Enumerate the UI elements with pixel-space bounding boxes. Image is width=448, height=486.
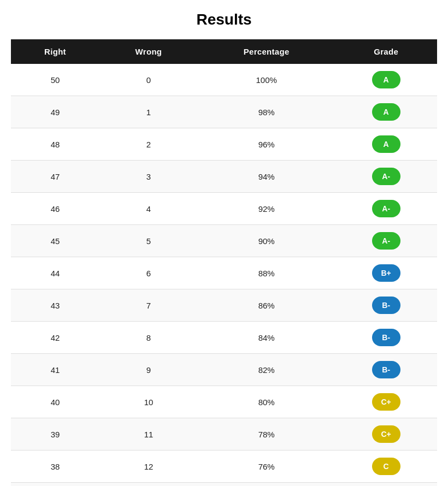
cell-right: 38 xyxy=(11,451,99,483)
cell-percentage: 88% xyxy=(198,257,335,289)
grade-badge: A- xyxy=(372,200,400,217)
grade-badge: A xyxy=(372,135,400,153)
cell-grade: C+ xyxy=(335,418,437,451)
cell-grade: A- xyxy=(335,225,437,257)
table-row: 45590%A- xyxy=(11,225,437,257)
cell-percentage: 74% xyxy=(198,483,335,487)
cell-right: 47 xyxy=(11,161,99,193)
grade-badge: A xyxy=(372,71,400,88)
cell-percentage: 78% xyxy=(198,418,335,451)
table-row: 42884%B- xyxy=(11,322,437,354)
table-row: 47394%A- xyxy=(11,161,437,193)
cell-percentage: 100% xyxy=(198,64,335,96)
table-row: 46492%A- xyxy=(11,193,437,225)
results-table: Right Wrong Percentage Grade 500100%A491… xyxy=(11,39,437,486)
cell-wrong: 7 xyxy=(99,289,198,322)
table-row: 371374%C xyxy=(11,483,437,487)
table-row: 48296%A xyxy=(11,128,437,161)
table-header-row: Right Wrong Percentage Grade xyxy=(11,39,437,64)
cell-wrong: 13 xyxy=(99,483,198,487)
cell-grade: B- xyxy=(335,322,437,354)
header-wrong: Wrong xyxy=(99,39,198,64)
cell-percentage: 92% xyxy=(198,193,335,225)
cell-right: 43 xyxy=(11,289,99,322)
cell-wrong: 2 xyxy=(99,128,198,161)
cell-grade: A xyxy=(335,96,437,128)
header-grade: Grade xyxy=(335,39,437,64)
cell-percentage: 84% xyxy=(198,322,335,354)
page-title: Results xyxy=(11,11,437,28)
cell-grade: B- xyxy=(335,289,437,322)
grade-badge: B- xyxy=(372,297,400,314)
table-row: 500100%A xyxy=(11,64,437,96)
grade-badge: B- xyxy=(372,329,400,346)
grade-badge: A xyxy=(372,103,400,121)
table-row: 44688%B+ xyxy=(11,257,437,289)
cell-right: 41 xyxy=(11,354,99,386)
cell-wrong: 5 xyxy=(99,225,198,257)
cell-wrong: 3 xyxy=(99,161,198,193)
cell-wrong: 0 xyxy=(99,64,198,96)
cell-right: 46 xyxy=(11,193,99,225)
header-percentage: Percentage xyxy=(198,39,335,64)
cell-wrong: 8 xyxy=(99,322,198,354)
cell-grade: C+ xyxy=(335,386,437,418)
table-row: 381276%C xyxy=(11,451,437,483)
cell-right: 50 xyxy=(11,64,99,96)
cell-right: 45 xyxy=(11,225,99,257)
table-row: 401080%C+ xyxy=(11,386,437,418)
cell-wrong: 4 xyxy=(99,193,198,225)
grade-badge: A- xyxy=(372,232,400,250)
cell-percentage: 82% xyxy=(198,354,335,386)
cell-wrong: 10 xyxy=(99,386,198,418)
grade-badge: C+ xyxy=(372,393,400,411)
grade-badge: C+ xyxy=(372,425,400,443)
cell-grade: A xyxy=(335,64,437,96)
cell-right: 49 xyxy=(11,96,99,128)
cell-grade: A xyxy=(335,128,437,161)
grade-badge: B- xyxy=(372,361,400,378)
table-row: 43786%B- xyxy=(11,289,437,322)
cell-right: 44 xyxy=(11,257,99,289)
cell-percentage: 76% xyxy=(198,451,335,483)
grade-badge: B+ xyxy=(372,264,400,282)
cell-percentage: 98% xyxy=(198,96,335,128)
cell-grade: A- xyxy=(335,193,437,225)
cell-right: 37 xyxy=(11,483,99,487)
cell-percentage: 94% xyxy=(198,161,335,193)
cell-percentage: 86% xyxy=(198,289,335,322)
cell-percentage: 80% xyxy=(198,386,335,418)
cell-grade: B- xyxy=(335,354,437,386)
cell-percentage: 96% xyxy=(198,128,335,161)
table-row: 41982%B- xyxy=(11,354,437,386)
cell-wrong: 1 xyxy=(99,96,198,128)
grade-badge: C xyxy=(372,458,400,475)
table-row: 391178%C+ xyxy=(11,418,437,451)
cell-wrong: 6 xyxy=(99,257,198,289)
cell-grade: A- xyxy=(335,161,437,193)
cell-right: 40 xyxy=(11,386,99,418)
header-right: Right xyxy=(11,39,99,64)
cell-right: 39 xyxy=(11,418,99,451)
cell-right: 42 xyxy=(11,322,99,354)
cell-wrong: 12 xyxy=(99,451,198,483)
cell-grade: C xyxy=(335,483,437,487)
cell-wrong: 11 xyxy=(99,418,198,451)
cell-wrong: 9 xyxy=(99,354,198,386)
cell-grade: B+ xyxy=(335,257,437,289)
cell-right: 48 xyxy=(11,128,99,161)
table-row: 49198%A xyxy=(11,96,437,128)
grade-badge: A- xyxy=(372,168,400,185)
cell-percentage: 90% xyxy=(198,225,335,257)
cell-grade: C xyxy=(335,451,437,483)
